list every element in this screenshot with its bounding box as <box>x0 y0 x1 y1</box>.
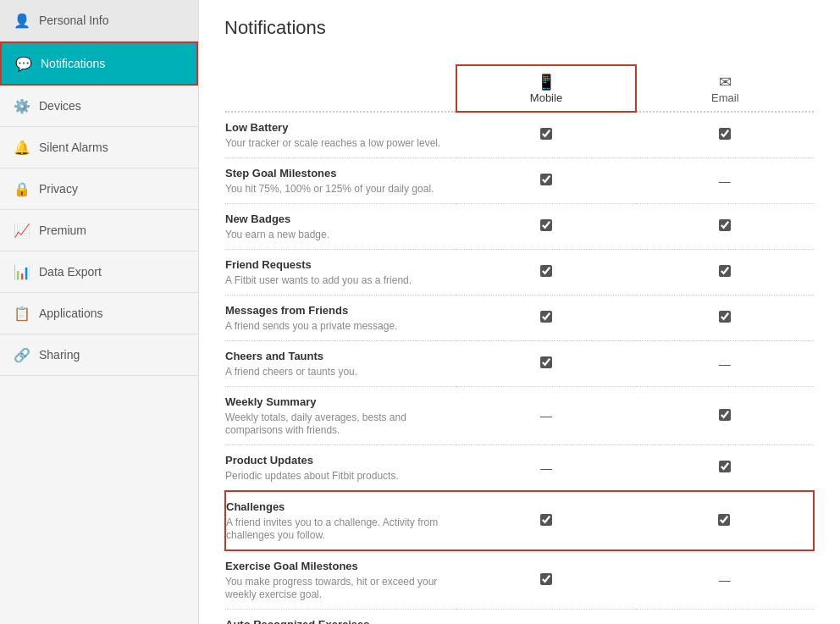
mobile-checkbox-cheers-taunts[interactable] <box>540 356 552 368</box>
mobile-checkbox-new-badges[interactable] <box>540 219 552 231</box>
email-checkbox-friend-requests[interactable] <box>719 265 731 277</box>
email-cell-auto-recognized[interactable]: — <box>636 610 814 625</box>
sidebar-label-devices: Devices <box>39 99 81 113</box>
mobile-cell-challenges[interactable] <box>456 491 635 550</box>
main-content: Notifications 📱 Mobile ✉ Email Low Batte… <box>199 0 840 624</box>
notif-label-new-badges: New BadgesYou earn a new badge. <box>225 204 456 250</box>
notif-row-step-goal: Step Goal MilestonesYou hit 75%, 100% or… <box>225 158 814 204</box>
sidebar-label-personal-info: Personal Info <box>39 14 109 27</box>
mobile-cell-low-battery[interactable] <box>456 112 635 158</box>
email-checkbox-messages-friends[interactable] <box>719 311 731 323</box>
email-cell-product-updates[interactable] <box>636 445 814 492</box>
mobile-checkbox-exercise-goal[interactable] <box>540 573 552 585</box>
sidebar-item-applications[interactable]: 📋Applications <box>0 293 198 334</box>
notif-name-exercise-goal: Exercise Goal Milestones <box>225 560 452 572</box>
mobile-checkbox-messages-friends[interactable] <box>540 311 552 323</box>
notif-name-weekly-summary: Weekly Summary <box>225 395 452 408</box>
notifications-icon: 💬 <box>15 55 32 72</box>
notif-name-friend-requests: Friend Requests <box>225 258 452 271</box>
mobile-cell-exercise-goal[interactable] <box>456 550 635 610</box>
email-cell-weekly-summary[interactable] <box>636 387 814 445</box>
sidebar-item-sharing[interactable]: 🔗Sharing <box>0 334 198 376</box>
email-checkbox-low-battery[interactable] <box>719 128 731 140</box>
notif-row-new-badges: New BadgesYou earn a new badge. <box>225 204 814 250</box>
sidebar-item-privacy[interactable]: 🔒Privacy <box>0 168 198 210</box>
notif-desc-challenges: A friend invites you to a challenge. Act… <box>226 516 438 541</box>
notif-label-exercise-goal: Exercise Goal MilestonesYou make progres… <box>225 550 456 610</box>
notif-desc-product-updates: Periodic updates about Fitbit products. <box>225 470 399 482</box>
email-checkbox-challenges[interactable] <box>718 514 730 526</box>
mobile-checkbox-challenges[interactable] <box>540 514 552 526</box>
notif-name-new-badges: New Badges <box>225 213 452 225</box>
notif-label-step-goal: Step Goal MilestonesYou hit 75%, 100% or… <box>225 158 456 204</box>
notif-label-weekly-summary: Weekly SummaryWeekly totals, daily avera… <box>225 387 456 445</box>
notif-name-step-goal: Step Goal Milestones <box>225 167 452 179</box>
premium-icon: 📈 <box>14 222 30 239</box>
mobile-label: Mobile <box>530 91 562 104</box>
notif-label-low-battery: Low BatteryYour tracker or scale reaches… <box>225 112 456 158</box>
notif-row-auto-recognized: Auto Recognized ExercisesYour tracker au… <box>225 610 814 625</box>
mobile-checkbox-friend-requests[interactable] <box>540 265 552 277</box>
email-checkbox-new-badges[interactable] <box>719 219 731 231</box>
privacy-icon: 🔒 <box>14 180 30 197</box>
sidebar-item-devices[interactable]: ⚙️Devices <box>0 86 198 127</box>
email-icon: ✉ <box>645 73 805 91</box>
email-checkbox-product-updates[interactable] <box>719 461 731 472</box>
sidebar-item-premium[interactable]: 📈Premium <box>0 210 198 251</box>
email-cell-challenges[interactable] <box>636 491 814 550</box>
email-cell-low-battery[interactable] <box>636 112 814 158</box>
notif-row-weekly-summary: Weekly SummaryWeekly totals, daily avera… <box>225 387 814 445</box>
mobile-cell-new-badges[interactable] <box>456 204 635 250</box>
page-title: Notifications <box>224 17 815 47</box>
mobile-cell-friend-requests[interactable] <box>456 250 635 295</box>
email-header: ✉ Email <box>636 65 814 112</box>
mobile-cell-weekly-summary[interactable]: — <box>456 387 635 445</box>
mobile-checkbox-step-goal[interactable] <box>540 174 552 185</box>
sidebar-item-silent-alarms[interactable]: 🔔Silent Alarms <box>0 127 198 168</box>
mobile-cell-product-updates[interactable]: — <box>456 445 635 492</box>
notif-row-product-updates: Product UpdatesPeriodic updates about Fi… <box>225 445 814 492</box>
notif-row-cheers-taunts: Cheers and TauntsA friend cheers or taun… <box>225 341 814 387</box>
mobile-cell-step-goal[interactable] <box>456 158 635 204</box>
notif-label-friend-requests: Friend RequestsA Fitbit user wants to ad… <box>225 250 456 295</box>
sidebar-item-personal-info[interactable]: 👤Personal Info <box>0 0 198 41</box>
email-cell-messages-friends[interactable] <box>636 295 814 341</box>
notif-desc-friend-requests: A Fitbit user wants to add you as a frie… <box>225 274 412 286</box>
sidebar-label-sharing: Sharing <box>39 348 80 362</box>
email-cell-step-goal[interactable]: — <box>636 158 814 204</box>
sidebar-item-notifications[interactable]: 💬Notifications <box>0 41 198 86</box>
mobile-cell-messages-friends[interactable] <box>456 295 635 341</box>
applications-icon: 📋 <box>14 305 30 322</box>
notif-name-messages-friends: Messages from Friends <box>225 304 452 317</box>
sharing-icon: 🔗 <box>14 346 30 363</box>
email-cell-friend-requests[interactable] <box>636 250 814 295</box>
sidebar-label-silent-alarms: Silent Alarms <box>39 141 108 154</box>
silent-alarms-icon: 🔔 <box>14 139 30 156</box>
notif-row-friend-requests: Friend RequestsA Fitbit user wants to ad… <box>225 250 814 295</box>
notif-label-messages-friends: Messages from FriendsA friend sends you … <box>225 295 456 341</box>
sidebar: 👤Personal Info💬Notifications⚙️Devices🔔Si… <box>0 0 199 624</box>
notif-label-product-updates: Product UpdatesPeriodic updates about Fi… <box>225 445 456 492</box>
sidebar-label-notifications: Notifications <box>41 57 105 70</box>
mobile-checkbox-low-battery[interactable] <box>540 128 552 140</box>
email-cell-new-badges[interactable] <box>636 204 814 250</box>
table-header-row: 📱 Mobile ✉ Email <box>225 65 814 112</box>
email-cell-exercise-goal[interactable]: — <box>636 550 814 610</box>
email-label: Email <box>711 91 739 104</box>
notif-row-low-battery: Low BatteryYour tracker or scale reaches… <box>225 112 814 158</box>
mobile-cell-auto-recognized[interactable] <box>456 610 635 625</box>
notif-row-exercise-goal: Exercise Goal MilestonesYou make progres… <box>225 550 814 610</box>
notif-desc-new-badges: You earn a new badge. <box>225 229 329 240</box>
mobile-cell-cheers-taunts[interactable] <box>456 341 635 387</box>
notifications-table: 📱 Mobile ✉ Email Low BatteryYour tracker… <box>224 64 815 624</box>
mobile-header: 📱 Mobile <box>456 65 635 112</box>
notif-name-low-battery: Low Battery <box>225 121 452 134</box>
sidebar-item-data-export[interactable]: 📊Data Export <box>0 251 198 293</box>
notif-name-product-updates: Product Updates <box>225 454 452 467</box>
notif-desc-low-battery: Your tracker or scale reaches a low powe… <box>225 137 440 149</box>
personal-info-icon: 👤 <box>14 12 30 29</box>
email-checkbox-weekly-summary[interactable] <box>719 409 731 421</box>
notif-row-messages-friends: Messages from FriendsA friend sends you … <box>225 295 814 341</box>
email-cell-cheers-taunts[interactable]: — <box>636 341 814 387</box>
devices-icon: ⚙️ <box>14 97 30 114</box>
